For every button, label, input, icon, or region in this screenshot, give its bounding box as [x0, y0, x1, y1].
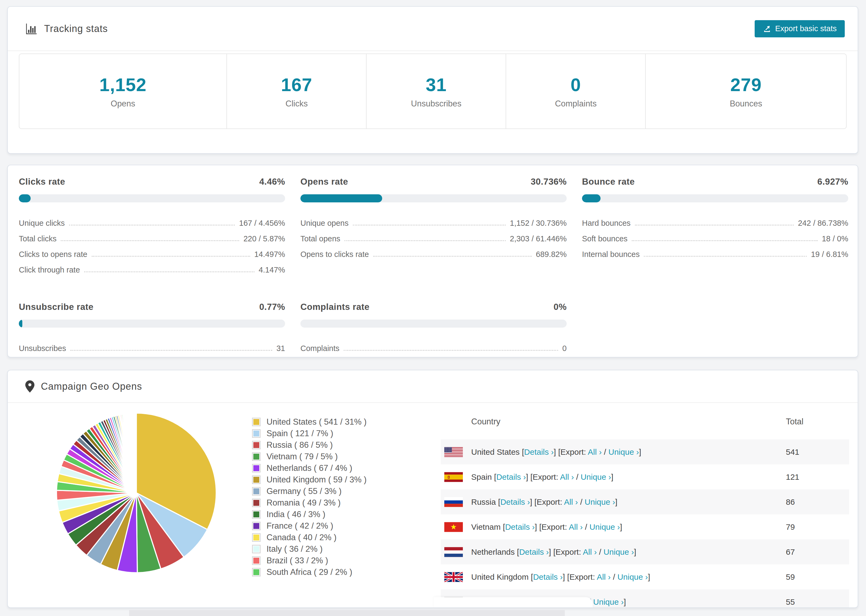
export-unique-link[interactable]: Unique › — [589, 522, 620, 531]
rate-progress-bar — [301, 319, 567, 328]
legend-swatch — [252, 545, 261, 553]
total-cell: 79 — [786, 522, 849, 532]
legend-item-south-africa: South Africa ( 29 / 2% ) — [252, 566, 367, 578]
bracket: ] — [624, 597, 626, 606]
details-link[interactable]: Details › — [533, 572, 563, 581]
geo-title: Campaign Geo Opens — [41, 381, 142, 392]
export-basic-stats-label: Export basic stats — [775, 24, 837, 33]
stat-label: Clicks — [286, 99, 308, 108]
details-link[interactable]: Details › — [505, 522, 535, 531]
stat-value: 279 — [731, 74, 762, 95]
summary-stat-unsubscribes: 31Unsubscribes — [366, 54, 505, 129]
legend-item-spain: Spain ( 121 / 7% ) — [252, 427, 367, 439]
country-cell: Vietnam [Details ›] [Export: All › / Uni… — [471, 522, 786, 532]
stat-label: Opens — [111, 99, 135, 108]
details-link[interactable]: Details › — [496, 473, 526, 481]
export-basic-stats-button[interactable]: Export basic stats — [755, 20, 845, 37]
rate-section-bounce-rate: Bounce rate6.927%Hard bounces242 / 86.73… — [582, 177, 848, 259]
summary-stat-bounces: 279Bounces — [645, 54, 846, 129]
legend-swatch — [252, 510, 261, 519]
legend-item-brazil: Brazil ( 33 / 2% ) — [252, 555, 367, 566]
dotted-leader — [84, 272, 254, 272]
detail-value: 242 / 86.738% — [798, 219, 848, 228]
export-prefix: Export: — [556, 547, 581, 556]
detail-value: 1,152 / 30.736% — [510, 219, 567, 228]
legend-label: Netherlands ( 67 / 4% ) — [266, 464, 352, 473]
export-all-link[interactable]: All › — [583, 547, 597, 556]
export-all-link[interactable]: All › — [569, 522, 583, 531]
flag-vn-icon — [444, 522, 463, 532]
legend-label: India ( 46 / 3% ) — [266, 509, 326, 519]
details-link[interactable]: Details › — [524, 448, 554, 456]
details-link[interactable]: Details › — [519, 547, 549, 556]
country-name: Russia — [471, 498, 496, 506]
export-unique-link[interactable]: Unique › — [581, 473, 611, 481]
rate-title: Clicks rate — [19, 177, 65, 187]
country-name: United States — [471, 448, 520, 456]
country-cell: United Kingdom [Details ›] [Export: All … — [471, 572, 786, 581]
legend-swatch — [252, 487, 261, 496]
detail-label: Internal bounces — [582, 250, 639, 259]
legend-swatch — [252, 464, 261, 473]
summary-stat-complaints: 0Complaints — [505, 54, 645, 129]
rate-detail-row: Unique clicks167 / 4.456% — [19, 212, 285, 228]
legend-item-romania: Romania ( 49 / 3% ) — [252, 497, 367, 509]
rate-section-unsubscribe-rate: Unsubscribe rate0.77%Unsubscribes31 — [19, 302, 285, 353]
details-link[interactable]: Details › — [500, 498, 530, 506]
rate-value: 6.927% — [817, 177, 848, 187]
next-section-edge — [129, 610, 565, 616]
rate-detail-row: Internal bounces19 / 6.81% — [582, 243, 848, 259]
detail-label: Unsubscribes — [19, 344, 66, 353]
stat-value: 1,152 — [99, 74, 146, 95]
stat-value: 167 — [281, 74, 312, 95]
pie-legend: United States ( 541 / 31% )Spain ( 121 /… — [252, 416, 367, 578]
rate-value: 4.46% — [259, 177, 285, 187]
rates-card: Clicks rate4.46%Unique clicks167 / 4.456… — [7, 165, 858, 357]
legend-swatch — [252, 452, 261, 461]
country-cell: Spain [Details ›] [Export: All › / Uniqu… — [471, 473, 786, 482]
rate-progress-bar — [19, 194, 285, 203]
export-all-link[interactable]: All › — [560, 473, 574, 481]
geo-table-row-united-states: United States [Details ›] [Export: All ›… — [441, 439, 849, 464]
legend-item-france: France ( 42 / 2% ) — [252, 520, 367, 532]
export-unique-link[interactable]: Unique › — [603, 547, 634, 556]
slash: / — [597, 547, 603, 556]
summary-stat-opens: 1,152Opens — [19, 54, 227, 129]
geo-opens-table: CountryTotalUnited States [Details ›] [E… — [441, 404, 849, 608]
bracket: ] — [634, 547, 636, 556]
export-unique-link[interactable]: Unique › — [617, 572, 648, 581]
stat-label: Unsubscribes — [411, 99, 461, 108]
legend-label: South Africa ( 29 / 2% ) — [266, 567, 352, 577]
slash: / — [611, 572, 617, 581]
bracket: ] [ — [554, 448, 561, 456]
legend-label: Spain ( 121 / 7% ) — [266, 429, 333, 438]
total-cell: 59 — [786, 572, 849, 581]
rate-detail-row: Hard bounces242 / 86.738% — [582, 212, 848, 228]
bracket: ] [ — [530, 498, 537, 506]
column-header-country: Country — [471, 417, 786, 426]
bracket: ] — [639, 448, 641, 456]
page-title: Tracking stats — [44, 23, 108, 35]
rate-detail-row: Click through rate4.147% — [19, 259, 285, 274]
country-name: United Kingdom — [471, 572, 529, 581]
bracket: [ — [522, 448, 524, 456]
detail-label: Clicks to opens rate — [19, 250, 87, 259]
rate-progress-bar — [582, 194, 848, 203]
export-unique-link[interactable]: Unique › — [585, 498, 615, 506]
rate-detail-row: Opens to clicks rate689.82% — [301, 243, 567, 259]
flag-gb-icon — [444, 572, 463, 582]
legend-swatch — [252, 441, 261, 449]
legend-item-russia: Russia ( 86 / 5% ) — [252, 439, 367, 451]
export-all-link[interactable]: All › — [597, 572, 611, 581]
bracket: ] — [611, 473, 613, 481]
bracket: ] [ — [563, 572, 569, 581]
country-name: Spain — [471, 473, 492, 481]
export-unique-link[interactable]: Unique › — [593, 597, 624, 606]
export-prefix: Export: — [561, 448, 586, 456]
export-unique-link[interactable]: Unique › — [608, 448, 639, 456]
legend-item-canada: Canada ( 40 / 2% ) — [252, 532, 367, 543]
stat-label: Complaints — [555, 99, 597, 108]
export-all-link[interactable]: All › — [564, 498, 578, 506]
total-cell: 541 — [786, 448, 849, 457]
export-all-link[interactable]: All › — [588, 448, 602, 456]
